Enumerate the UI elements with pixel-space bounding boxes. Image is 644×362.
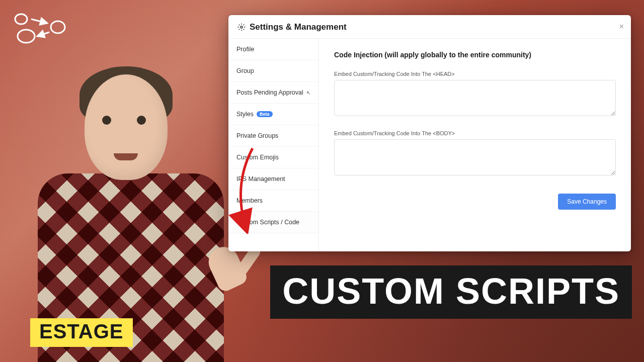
head-code-input[interactable] <box>334 80 616 116</box>
presenter-illustration <box>20 60 231 362</box>
svg-point-1 <box>18 30 35 43</box>
sidebar-item-posts-pending[interactable]: Posts Pending Approval↖ <box>228 82 318 104</box>
sidebar-item-label: Profile <box>236 46 254 53</box>
cursor-icon: ↖ <box>306 90 310 96</box>
svg-point-0 <box>15 14 27 24</box>
close-button[interactable]: × <box>619 22 624 31</box>
gear-icon <box>237 23 246 31</box>
panel-title: Settings & Management <box>250 22 347 32</box>
sidebar-item-label: Posts Pending Approval <box>236 89 303 96</box>
sidebar-item-profile[interactable]: Profile <box>228 39 318 60</box>
sidebar-item-styles[interactable]: StylesBeta <box>228 104 318 125</box>
sidebar-item-ips-management[interactable]: IPS Management <box>228 168 318 190</box>
sidebar-item-custom-scripts[interactable]: Custom Scripts / Code <box>228 212 318 233</box>
head-code-label: Embed Custom/Tracking Code Into The <HEA… <box>334 71 616 77</box>
settings-panel: Settings & Management × Profile Group Po… <box>228 15 631 251</box>
sidebar-item-group[interactable]: Group <box>228 60 318 82</box>
save-changes-button[interactable]: Save Changes <box>558 194 616 210</box>
settings-content: Code Injection (will apply globally to t… <box>319 39 631 251</box>
sidebar-item-members[interactable]: Members <box>228 190 318 212</box>
svg-point-2 <box>51 21 65 33</box>
body-code-input[interactable] <box>334 139 616 175</box>
sidebar-item-label: Private Groups <box>236 132 278 139</box>
body-code-label: Embed Custom/Tracking Code Into The <BOD… <box>334 130 616 136</box>
sidebar-item-label: Styles <box>236 111 254 118</box>
overlay-brand: ESTAGE <box>30 318 133 347</box>
settings-sidebar: Profile Group Posts Pending Approval↖ St… <box>228 39 319 251</box>
beta-badge: Beta <box>257 111 273 117</box>
sidebar-item-label: Members <box>236 197 263 204</box>
panel-header: Settings & Management × <box>228 15 631 39</box>
overlay-title: CUSTOM SCRIPTS <box>270 265 632 319</box>
sidebar-item-label: Custom Scripts / Code <box>236 219 299 226</box>
svg-point-3 <box>240 26 243 28</box>
sidebar-item-custom-emojis[interactable]: Custom Emojis <box>228 147 318 168</box>
content-heading: Code Injection (will apply globally to t… <box>334 51 616 59</box>
sidebar-item-label: Custom Emojis <box>236 154 279 161</box>
sidebar-item-label: Group <box>236 67 254 74</box>
doodle-circles-icon <box>11 12 66 47</box>
sidebar-item-label: IPS Management <box>236 175 285 183</box>
sidebar-item-private-groups[interactable]: Private Groups <box>228 125 318 147</box>
